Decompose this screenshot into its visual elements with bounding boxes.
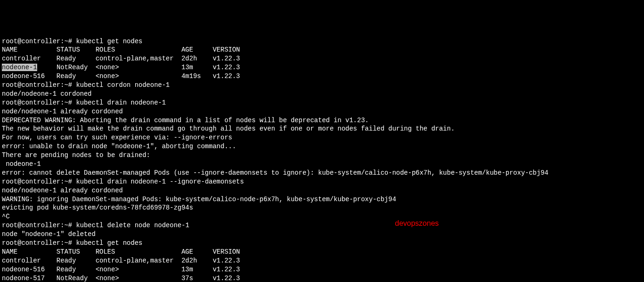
command-line: root@controller:~# kubectl get nodes	[2, 239, 642, 248]
command-text: kubectl cordon nodeone-1	[76, 81, 170, 89]
command-text: kubectl drain nodeone-1	[76, 99, 166, 106]
table-header: NAME STATUS ROLES AGE VERSION	[2, 46, 642, 54]
command-line: root@controller:~# kubectl cordon nodeon…	[2, 81, 642, 90]
shell-prompt: root@controller:~#	[2, 239, 72, 247]
output-line: WARNING: ignoring DaemonSet-managed Pods…	[2, 195, 642, 204]
table-row: nodeone-516 Ready <none> 4m19s v1.22.3	[2, 72, 642, 81]
output-line: DEPRECATED WARNING: Aborting the drain c…	[2, 116, 642, 125]
shell-prompt: root@controller:~#	[2, 99, 72, 106]
table-row: controller Ready control-plane,master 2d…	[2, 256, 642, 265]
command-line: root@controller:~# kubectl drain nodeone…	[2, 98, 642, 107]
terminal-output[interactable]: root@controller:~# kubectl get nodesNAME…	[2, 37, 642, 282]
output-line: ^C	[2, 212, 642, 221]
table-row: nodeone-1 NotReady <none> 13m v1.22.3	[2, 63, 642, 72]
command-line: root@controller:~# kubectl drain nodeone…	[2, 177, 642, 186]
command-text: kubectl delete node nodeone-1	[76, 222, 190, 229]
command-line: root@controller:~# kubectl delete node n…	[2, 221, 642, 230]
table-header: NAME STATUS ROLES AGE VERSION	[2, 248, 642, 256]
shell-prompt: root@controller:~#	[2, 222, 72, 229]
command-text: kubectl get nodes	[76, 38, 143, 45]
output-line: The new behavior will make the drain com…	[2, 125, 642, 133]
output-line: error: unable to drain node "nodeone-1",…	[2, 142, 642, 151]
output-line: node/nodeone-1 already cordoned	[2, 107, 642, 116]
output-line: node/nodeone-1 already cordoned	[2, 186, 642, 195]
output-line: For now, users can try such experience v…	[2, 133, 642, 142]
shell-prompt: root@controller:~#	[2, 38, 72, 45]
watermark-text: devopszones	[395, 218, 439, 229]
output-line: evicting pod kube-system/coredns-78fcd69…	[2, 203, 642, 212]
highlighted-node-name: nodeone-1	[2, 64, 37, 71]
table-row: nodeone-517 NotReady <none> 37s v1.22.3	[2, 274, 642, 282]
command-text: kubectl drain nodeone-1 --ignore-daemons…	[76, 178, 244, 185]
output-line: node/nodeone-1 cordoned	[2, 90, 642, 98]
output-line: error: cannot delete DaemonSet-managed P…	[2, 169, 642, 177]
table-row: nodeone-516 Ready <none> 13m v1.22.3	[2, 265, 642, 274]
output-line: There are pending nodes to be drained:	[2, 151, 642, 160]
table-row: controller Ready control-plane,master 2d…	[2, 54, 642, 63]
command-text: kubectl get nodes	[76, 239, 143, 247]
output-line: nodeone-1	[2, 160, 642, 169]
command-line: root@controller:~# kubectl get nodes	[2, 37, 642, 46]
shell-prompt: root@controller:~#	[2, 178, 72, 185]
shell-prompt: root@controller:~#	[2, 81, 72, 89]
output-line: node "nodeone-1" deleted	[2, 230, 642, 239]
